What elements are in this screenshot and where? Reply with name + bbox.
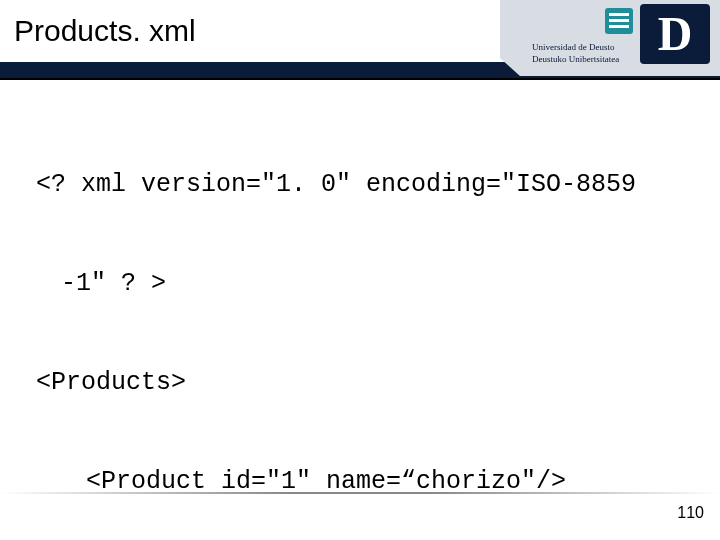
code-block: <? xml version="1. 0" encoding="ISO-8859… xyxy=(36,102,684,540)
page-number: 110 xyxy=(677,504,704,522)
brand-line1: Universidad de Deusto xyxy=(532,42,615,52)
svg-rect-3 xyxy=(609,13,629,16)
slide-body: <? xml version="1. 0" encoding="ISO-8859… xyxy=(0,80,720,540)
code-line-2: -1" ? > xyxy=(36,267,684,300)
header: Products. xml D Universidad de Deusto De… xyxy=(0,0,720,80)
university-logo: D Universidad de Deusto Deustuko Unibert… xyxy=(490,0,720,78)
deusto-logo-icon: D Universidad de Deusto Deustuko Unibert… xyxy=(490,0,720,78)
svg-rect-4 xyxy=(609,19,629,22)
page-title: Products. xml xyxy=(0,14,196,48)
slide: Products. xml D Universidad de Deusto De… xyxy=(0,0,720,540)
code-line-3: <Products> xyxy=(36,366,684,399)
footer-divider xyxy=(0,492,720,494)
brand-line2: Deustuko Unibertsitatea xyxy=(532,54,619,64)
code-line-1: <? xml version="1. 0" encoding="ISO-8859 xyxy=(36,168,684,201)
svg-text:D: D xyxy=(658,7,693,60)
svg-rect-5 xyxy=(609,25,629,28)
footer: 110 xyxy=(0,494,720,522)
